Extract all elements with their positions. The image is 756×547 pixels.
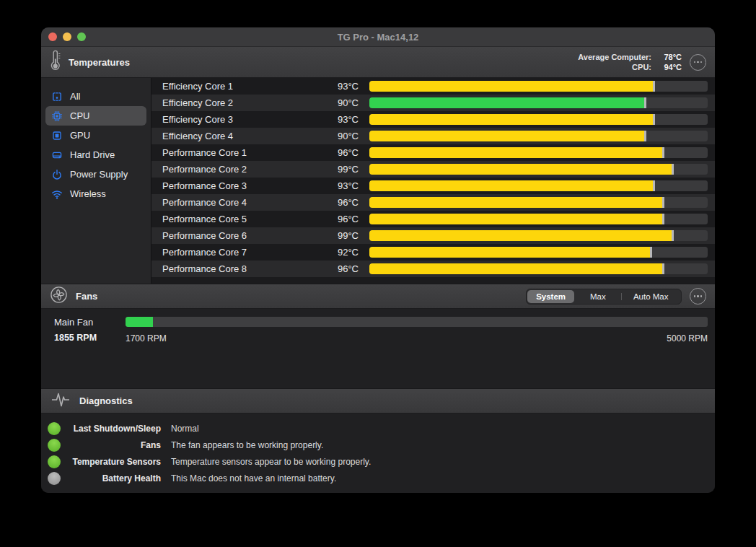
zoom-button[interactable]: [77, 32, 86, 41]
temperature-bar: [369, 81, 708, 92]
temperature-bar-tip: [653, 180, 655, 191]
temperatures-menu-button[interactable]: [690, 54, 706, 71]
temperature-bar: [369, 164, 708, 175]
temperature-bar-tip: [662, 263, 664, 274]
minimize-button[interactable]: [63, 32, 71, 41]
fans-menu-button[interactable]: [690, 288, 706, 305]
temperature-bar-tip: [662, 147, 664, 158]
window-controls: [41, 32, 86, 41]
sensor-temperature: 93°C: [317, 180, 359, 191]
fan-mode-system[interactable]: System: [527, 290, 574, 303]
power-icon: [50, 168, 63, 180]
fan-mode-auto-max[interactable]: Auto Max: [621, 290, 680, 303]
temperature-bar-fill: [369, 147, 664, 158]
temperature-bar-fill: [369, 164, 674, 175]
sidebar-item-label: Wireless: [70, 188, 106, 199]
sidebar-item-label: All: [70, 91, 80, 102]
sensor-temperature: 92°C: [317, 247, 359, 258]
fan-mode-max[interactable]: Max: [574, 290, 621, 303]
sidebar-item-label: Hard Drive: [70, 149, 115, 160]
sensor-name: Efficiency Core 1: [162, 81, 317, 92]
temperature-bar-tip: [644, 131, 646, 141]
wifi-icon: [50, 188, 63, 200]
sensor-temperature: 99°C: [317, 164, 359, 175]
temperature-bar: [369, 180, 708, 191]
sidebar-item-label: Power Supply: [70, 169, 128, 180]
cpu-average-value: 94°C: [656, 62, 682, 72]
sensor-name: Performance Core 5: [162, 214, 317, 224]
sidebar-item-cpu[interactable]: CPU: [45, 106, 146, 126]
fans-title: Fans: [76, 291, 97, 302]
temperature-bar: [369, 114, 708, 125]
gpu-icon: [50, 129, 63, 141]
temperature-bar: [369, 131, 708, 141]
diagnostics-body: Last Shutdown/SleepNormalFansThe fan app…: [41, 413, 715, 493]
average-readouts: Average Computer: 78°C CPU: 94°C: [578, 52, 682, 72]
sensor-name: Performance Core 7: [162, 247, 317, 258]
temperature-bar: [369, 197, 708, 208]
sidebar-item-power-supply[interactable]: Power Supply: [45, 165, 146, 184]
temperature-bar-tip: [672, 164, 674, 175]
sensor-name: Performance Core 8: [162, 263, 317, 274]
fan-mode-segmented-control: SystemMaxAuto Max: [526, 289, 682, 305]
sensor-row: Performance Core 196°C: [151, 144, 715, 161]
temperature-bar-fill: [369, 263, 664, 274]
temperature-bar-tip: [644, 97, 646, 108]
status-dot-green: [48, 455, 61, 468]
sensor-name: Efficiency Core 3: [162, 114, 317, 125]
status-dot-gray: [48, 472, 61, 485]
fan-min-rpm: 1700 RPM: [126, 333, 167, 343]
sensor-row: Efficiency Core 393°C: [151, 111, 715, 128]
pulse-icon: [50, 390, 71, 412]
cpu-chip-icon: [50, 110, 63, 122]
temperature-bar: [369, 263, 708, 274]
temperatures-title: Temperatures: [69, 57, 130, 68]
sidebar-item-hard-drive[interactable]: Hard Drive: [45, 145, 146, 165]
sensor-temperature: 90°C: [317, 131, 359, 141]
sensor-name: Efficiency Core 4: [162, 131, 317, 141]
temperature-bar-tip: [650, 247, 652, 258]
sidebar-item-all[interactable]: All: [45, 87, 146, 106]
temperature-bar-tip: [662, 197, 664, 208]
diagnostic-row: Temperature SensorsTemperature sensors a…: [41, 453, 715, 470]
fan-icon: [50, 286, 68, 307]
diagnostic-row: Last Shutdown/SleepNormal: [41, 420, 715, 437]
status-dot-green: [48, 439, 61, 452]
fan-current-rpm: 1855 RPM: [54, 333, 97, 343]
average-computer-value: 78°C: [656, 52, 682, 62]
fan-max-rpm: 5000 RPM: [667, 333, 708, 343]
diagnostics-header: Diagnostics: [41, 388, 715, 413]
diagnostic-value: Normal: [171, 424, 199, 434]
fan-speed-bar: [126, 317, 708, 327]
diagnostic-label: Last Shutdown/Sleep: [61, 424, 161, 434]
sensor-temperature: 90°C: [317, 97, 359, 108]
temperature-bar-tip: [653, 81, 655, 92]
sensor-temperature: 96°C: [317, 214, 359, 224]
temperatures-body: AllCPUGPUHard DrivePower SupplyWireless …: [41, 78, 715, 284]
fan-name: Main Fan: [54, 317, 93, 328]
sidebar-item-wireless[interactable]: Wireless: [45, 184, 146, 204]
diagnostic-value: Temperature sensors appear to be working…: [171, 457, 371, 467]
sensor-name: Performance Core 2: [162, 164, 317, 175]
title-bar: TG Pro - Mac14,12: [41, 27, 715, 47]
temperature-bar-fill: [369, 197, 664, 208]
cpu-average-label: CPU:: [578, 62, 651, 72]
diagnostics-title: Diagnostics: [79, 395, 133, 406]
sensor-list: Efficiency Core 193°CEfficiency Core 290…: [151, 78, 715, 284]
sidebar-item-label: CPU: [70, 110, 89, 121]
temperature-bar-tip: [653, 114, 655, 125]
temperature-bar-fill: [369, 131, 646, 141]
close-button[interactable]: [48, 32, 57, 41]
temperatures-header: Temperatures Average Computer: 78°C CPU:…: [41, 47, 715, 78]
sidebar-item-gpu[interactable]: GPU: [45, 126, 146, 145]
ellipsis-icon: [694, 61, 696, 64]
fan-speed-fill: [126, 317, 153, 327]
temperature-bar-fill: [369, 114, 655, 125]
sensor-temperature: 93°C: [317, 114, 359, 125]
app-window: TG Pro - Mac14,12 Temperatures Average C…: [41, 27, 715, 493]
sensor-temperature: 99°C: [317, 230, 359, 241]
sensor-row: Performance Core 896°C: [151, 261, 715, 277]
temperature-bar-fill: [369, 180, 655, 191]
sensor-temperature: 96°C: [317, 263, 359, 274]
temperature-bar-fill: [369, 214, 664, 224]
